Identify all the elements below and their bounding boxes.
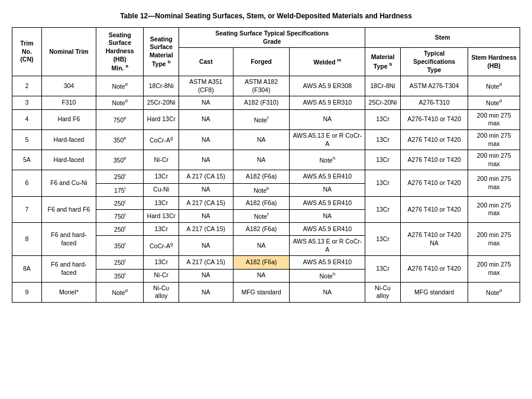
- page-title: Table 12—Nominal Seating Surfaces, Stem,…: [12, 12, 520, 20]
- table-cell: NA: [179, 129, 233, 150]
- table-cell: Ni-Cr: [144, 150, 179, 170]
- table-cell-trim: 8A: [12, 256, 42, 282]
- table-cell: 13Cr: [144, 223, 179, 236]
- table-row: 8F6 and hard-faced250i13CrA 217 (CA 15)A…: [12, 223, 520, 236]
- table-cell: NA: [179, 269, 233, 282]
- table-cell-nominal: Monel*: [41, 282, 96, 302]
- table-cell: Noted: [468, 76, 520, 96]
- table-cell: 200 min 275 max: [468, 109, 520, 129]
- table-cell-stem-hardness: 200 min 275 max: [468, 196, 520, 222]
- table-cell: Cu-Ni: [144, 183, 179, 196]
- table-cell-trim: 9: [12, 282, 42, 302]
- table-cell-trim: 4: [12, 109, 42, 129]
- header-seating-group: Seating Surface Typical SpecificationsGr…: [179, 28, 365, 48]
- main-table: Trim No.(CN) Nominal Trim SeatingSurface…: [12, 27, 520, 303]
- table-cell-stem-hardness: 200 min 275 max: [468, 170, 520, 196]
- table-cell: A 217 (CA 15): [179, 223, 233, 236]
- table-cell: Ni-Cr: [144, 269, 179, 282]
- table-row: 5AHard-faced350eNi-CrNANANoteh13CrA276 T…: [12, 150, 520, 170]
- table-cell: 13Cr: [365, 129, 401, 150]
- header-nominal-trim: Nominal Trim: [41, 28, 96, 76]
- table-cell: 350i: [96, 269, 144, 282]
- table-cell: AWS A5.13 E or R CoCr-A: [290, 129, 365, 150]
- table-cell: 250i: [96, 256, 144, 269]
- table-cell: 18Cr-8Ni: [144, 76, 179, 96]
- table-cell: 13Cr: [144, 170, 179, 183]
- table-cell-material: 13Cr: [365, 256, 401, 282]
- table-cell: 13Cr: [144, 256, 179, 269]
- table-cell-spec: A276 T410 or T420: [400, 170, 468, 196]
- table-cell: Noted: [96, 282, 144, 302]
- table-cell: MFG standard: [400, 282, 468, 302]
- header-typical-spec: TypicalSpecificationsType: [400, 48, 468, 76]
- table-cell: A182 (F6a): [233, 196, 290, 209]
- table-cell-stem-hardness: 200 min 275 max: [468, 223, 520, 256]
- table-cell-trim: 8: [12, 223, 42, 256]
- table-cell: AWS A5.9 ER410: [290, 223, 365, 236]
- table-cell: 25Cr-20Ni: [365, 96, 401, 109]
- table-cell: Noted: [468, 282, 520, 302]
- table-cell: NA: [179, 282, 233, 302]
- table-cell: A276 T410 or T420: [400, 129, 468, 150]
- header-forged: Forged: [233, 48, 290, 76]
- table-cell-trim: 5A: [12, 150, 42, 170]
- table-row: 9Monel*NotedNi-Cu alloyNAMFG standardNAN…: [12, 282, 520, 302]
- table-cell: NA: [179, 109, 233, 129]
- table-cell-trim: 6: [12, 170, 42, 196]
- table-cell-stem-hardness: 200 min 275 max: [468, 256, 520, 282]
- table-cell-nominal: Hard F6: [41, 109, 96, 129]
- table-cell: NA: [290, 109, 365, 129]
- table-cell: A 217 (CA 15): [179, 256, 233, 269]
- table-cell-spec: A276 T410 or T420: [400, 256, 468, 282]
- table-cell-trim: 3: [12, 96, 42, 109]
- table-cell: Noted: [96, 76, 144, 96]
- table-cell: A 217 (CA 15): [179, 170, 233, 183]
- header-trim-no: Trim No.(CN): [12, 28, 42, 76]
- table-cell-material: 13Cr: [365, 170, 401, 196]
- table-cell: 250i: [96, 196, 144, 209]
- table-cell: 18Cr-8Ni: [365, 76, 401, 96]
- table-cell: NA: [179, 96, 233, 109]
- table-cell: A276-T310: [400, 96, 468, 109]
- table-cell: CoCr-Ag: [144, 129, 179, 150]
- table-cell: AWS A5.9 ER410: [290, 256, 365, 269]
- table-cell: MFG standard: [233, 282, 290, 302]
- table-cell: AWS A5.9 ER310: [290, 96, 365, 109]
- table-row: 2304Noted18Cr-8NiASTM A351 (CF8)ASTM A18…: [12, 76, 520, 96]
- table-cell: 13Cr: [144, 196, 179, 209]
- table-cell: NA: [179, 183, 233, 196]
- table-cell: NA: [290, 282, 365, 302]
- header-seating-hardness: SeatingSurfaceHardness (HB)Min. a: [96, 28, 144, 76]
- table-row: 8AF6 and hard-faced250i13CrA 217 (CA 15)…: [12, 256, 520, 269]
- table-cell: ASTM A351 (CF8): [179, 76, 233, 96]
- table-cell: Ni-Cu alloy: [365, 282, 401, 302]
- header-seating-material: SeatingSurfaceMaterialType b: [144, 28, 179, 76]
- table-row: 5Hard-faced350eCoCr-AgNANAAWS A5.13 E or…: [12, 129, 520, 150]
- table-cell: A 217 (CA 15): [179, 196, 233, 209]
- table-cell: AWS A5.13 E or R CoCr-A: [290, 236, 365, 256]
- header-stem-hardness: Stem Hardness(HB): [468, 48, 520, 76]
- table-cell-nominal: Hard-faced: [41, 150, 96, 170]
- table-row: 4Hard F6750eHard 13CrNANotefNA13CrA276-T…: [12, 109, 520, 129]
- table-cell-nominal: F310: [41, 96, 96, 109]
- table-cell-nominal: F6 and hard F6: [41, 196, 96, 222]
- table-cell: Noteh: [290, 150, 365, 170]
- table-cell: 350i: [96, 236, 144, 256]
- table-cell-trim: 2: [12, 76, 42, 96]
- table-cell: A182 (F6a): [233, 223, 290, 236]
- table-cell: 13Cr: [365, 150, 401, 170]
- table-cell-trim: 5: [12, 129, 42, 150]
- table-cell: Ni-Cu alloy: [144, 282, 179, 302]
- table-cell: 350e: [96, 150, 144, 170]
- table-cell: Notek: [233, 183, 290, 196]
- header-material-type: MaterialType b: [365, 48, 401, 76]
- table-cell-nominal: Hard-faced: [41, 129, 96, 150]
- table-cell: ASTM A182 (F304): [233, 76, 290, 96]
- table-cell: NA: [179, 150, 233, 170]
- table-cell-nominal: F6 and Cu-Ni: [41, 170, 96, 196]
- table-cell-spec: A276 T410 or T420 NA: [400, 223, 468, 256]
- table-cell: 200 min 275 max: [468, 150, 520, 170]
- table-cell: NA: [233, 236, 290, 256]
- table-cell: 250i: [96, 170, 144, 183]
- header-stem-group: Stem: [365, 28, 520, 48]
